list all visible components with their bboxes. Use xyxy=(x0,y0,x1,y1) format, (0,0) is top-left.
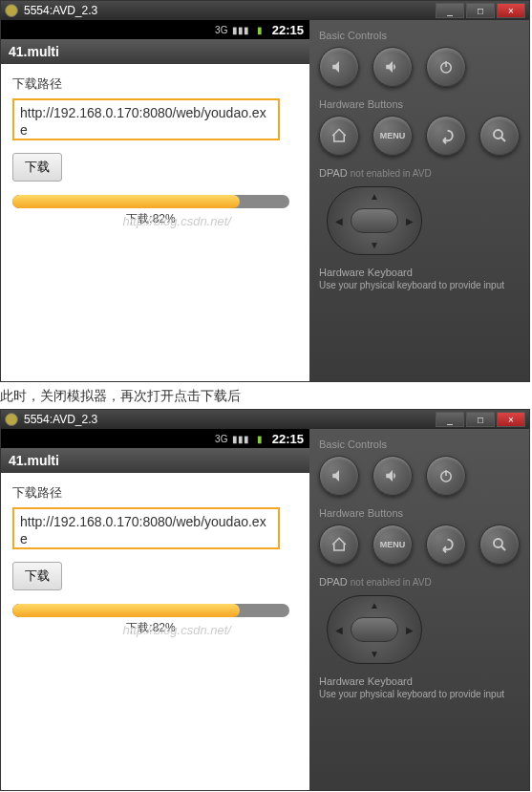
dpad-down-icon[interactable]: ▼ xyxy=(370,240,379,250)
app-title: 41.multi xyxy=(1,39,309,64)
side-panel: Basic Controls Hardware Buttons MENU DPA… xyxy=(309,429,529,790)
url-label: 下载路径 xyxy=(12,75,298,93)
emulator-window-1: 5554:AVD_2.3 _ □ × 3G ▮▮▮ ▮ 22:15 41.mul… xyxy=(0,0,530,382)
title-bar[interactable]: 5554:AVD_2.3 _ □ × xyxy=(1,1,529,20)
emulator-window-2: 5554:AVD_2.3 _ □ × 3G ▮▮▮ ▮ 22:15 41.mul… xyxy=(0,409,530,791)
title-bar[interactable]: 5554:AVD_2.3 _ □ × xyxy=(1,410,529,429)
volume-down-button[interactable] xyxy=(319,456,359,496)
caption-text: 此时，关闭模拟器，再次打开点击下载后 xyxy=(0,384,532,409)
keyboard-note: Use your physical keyboard to provide in… xyxy=(319,280,520,290)
dpad-up-icon[interactable]: ▲ xyxy=(370,191,379,202)
status-bar: 3G ▮▮▮ ▮ 22:15 xyxy=(1,429,309,448)
dpad-label-row: DPAD not enabled in AVD xyxy=(319,576,520,588)
power-button[interactable] xyxy=(426,47,466,87)
volume-down-button[interactable] xyxy=(319,47,359,87)
app-icon xyxy=(5,4,18,17)
close-button[interactable]: × xyxy=(497,3,525,18)
app-content: 下载路径 http://192.168.0.170:8080/web/youda… xyxy=(1,64,309,381)
search-button[interactable] xyxy=(479,116,520,156)
url-input[interactable]: http://192.168.0.170:8080/web/youdao.exe xyxy=(12,98,280,140)
dpad: ▲ ▼ ◀ ▶ xyxy=(327,595,422,664)
watermark: http://blog.csdn.net/ xyxy=(122,623,230,637)
phone-screen: 3G ▮▮▮ ▮ 22:15 41.multi 下载路径 http://192.… xyxy=(1,20,309,381)
menu-button[interactable]: MENU xyxy=(372,524,413,565)
dpad-ring[interactable]: ▲ ▼ ◀ ▶ xyxy=(327,186,422,255)
battery-icon: ▮ xyxy=(253,432,266,445)
dpad-center-button[interactable] xyxy=(351,208,398,233)
url-label: 下载路径 xyxy=(12,484,298,502)
volume-up-button[interactable] xyxy=(372,456,413,496)
status-bar: 3G ▮▮▮ ▮ 22:15 xyxy=(1,20,309,39)
close-button[interactable]: × xyxy=(497,412,525,427)
status-time: 22:15 xyxy=(272,432,304,446)
home-button[interactable] xyxy=(319,524,359,565)
download-button[interactable]: 下载 xyxy=(12,153,62,182)
dpad-left-icon[interactable]: ◀ xyxy=(335,625,343,635)
dpad-right-icon[interactable]: ▶ xyxy=(406,625,414,635)
basic-controls-row xyxy=(319,456,520,496)
window-controls: _ □ × xyxy=(436,412,525,427)
maximize-button[interactable]: □ xyxy=(466,3,495,18)
svg-line-7 xyxy=(501,546,506,551)
back-button[interactable] xyxy=(426,116,466,156)
dpad-right-icon[interactable]: ▶ xyxy=(406,216,414,226)
keyboard-label: Hardware Keyboard xyxy=(319,675,520,687)
watermark: http://blog.csdn.net/ xyxy=(122,214,230,228)
maximize-button[interactable]: □ xyxy=(466,412,495,427)
dpad: ▲ ▼ ◀ ▶ xyxy=(327,186,422,255)
network-3g-icon: 3G xyxy=(215,23,228,36)
progress-bar xyxy=(12,195,289,208)
dpad-label: DPAD xyxy=(319,167,348,179)
hardware-buttons-row: MENU xyxy=(319,524,520,565)
menu-button[interactable]: MENU xyxy=(372,116,413,156)
url-input[interactable]: http://192.168.0.170:8080/web/youdao.exe xyxy=(12,507,280,549)
window-title: 5554:AVD_2.3 xyxy=(24,413,436,426)
basic-controls-label: Basic Controls xyxy=(319,439,520,450)
keyboard-label: Hardware Keyboard xyxy=(319,267,520,278)
window-title: 5554:AVD_2.3 xyxy=(24,4,436,17)
app-title: 41.multi xyxy=(1,448,309,473)
dpad-note: not enabled in AVD xyxy=(351,577,432,588)
basic-controls-label: Basic Controls xyxy=(319,30,520,41)
window-controls: _ □ × xyxy=(436,3,525,18)
search-button[interactable] xyxy=(479,524,520,565)
dpad-down-icon[interactable]: ▼ xyxy=(370,649,379,659)
dpad-left-icon[interactable]: ◀ xyxy=(335,216,343,226)
battery-icon: ▮ xyxy=(253,23,266,36)
hardware-buttons-label: Hardware Buttons xyxy=(319,98,520,110)
status-time: 22:15 xyxy=(272,23,304,37)
dpad-up-icon[interactable]: ▲ xyxy=(370,600,379,610)
phone-screen: 3G ▮▮▮ ▮ 22:15 41.multi 下载路径 http://192.… xyxy=(1,429,309,790)
svg-line-3 xyxy=(501,138,506,142)
signal-icon: ▮▮▮ xyxy=(234,432,247,445)
dpad-ring[interactable]: ▲ ▼ ◀ ▶ xyxy=(327,595,422,664)
app-content: 下载路径 http://192.168.0.170:8080/web/youda… xyxy=(1,473,309,790)
emulator-body: 3G ▮▮▮ ▮ 22:15 41.multi 下载路径 http://192.… xyxy=(1,20,529,381)
keyboard-note: Use your physical keyboard to provide in… xyxy=(319,689,520,699)
power-button[interactable] xyxy=(426,456,466,496)
signal-icon: ▮▮▮ xyxy=(234,23,247,36)
basic-controls-row xyxy=(319,47,520,87)
minimize-button[interactable]: _ xyxy=(436,3,464,18)
progress-fill xyxy=(12,604,240,617)
hardware-buttons-row: MENU xyxy=(319,116,520,156)
dpad-center-button[interactable] xyxy=(351,617,398,642)
app-icon xyxy=(5,413,18,426)
hardware-buttons-label: Hardware Buttons xyxy=(319,507,520,519)
dpad-label-row: DPAD not enabled in AVD xyxy=(319,167,520,179)
progress-fill xyxy=(12,195,240,208)
minimize-button[interactable]: _ xyxy=(436,412,464,427)
progress-bar xyxy=(12,604,289,617)
emulator-body: 3G ▮▮▮ ▮ 22:15 41.multi 下载路径 http://192.… xyxy=(1,429,529,790)
download-button[interactable]: 下载 xyxy=(12,562,62,590)
volume-up-button[interactable] xyxy=(372,47,413,87)
dpad-note: not enabled in AVD xyxy=(351,168,432,179)
home-button[interactable] xyxy=(319,116,359,156)
back-button[interactable] xyxy=(426,524,466,565)
network-3g-icon: 3G xyxy=(215,432,228,445)
dpad-label: DPAD xyxy=(319,576,348,588)
side-panel: Basic Controls Hardware Buttons MENU DPA… xyxy=(309,20,529,381)
